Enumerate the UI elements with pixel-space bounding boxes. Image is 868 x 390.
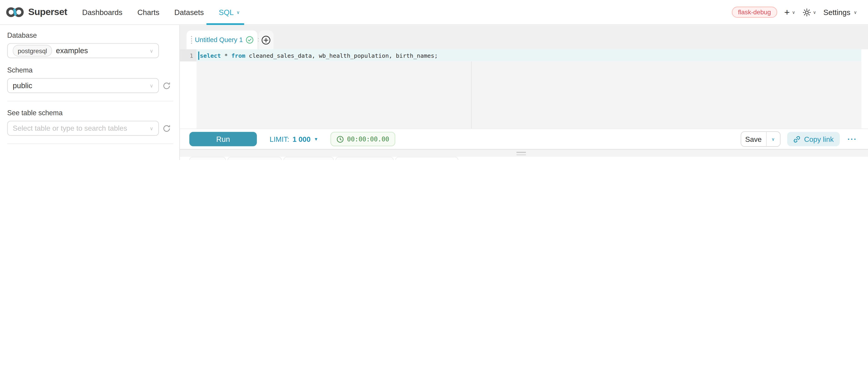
- timer-value: 00:00:00.00: [347, 135, 389, 143]
- sqllab-left-panel: Database postgresql examples ∨ Schema pu…: [0, 25, 180, 160]
- line-number-gutter: 1: [180, 49, 196, 62]
- add-query-tab-button[interactable]: [258, 30, 273, 49]
- sql-active-line[interactable]: select * from cleaned_sales_data, wb_hea…: [196, 49, 861, 62]
- text-cursor: [198, 51, 199, 60]
- sql-editor[interactable]: 1 select * from cleaned_sales_data, wb_h…: [180, 49, 868, 129]
- refresh-schemas-icon[interactable]: [163, 82, 170, 90]
- tab-result-stats[interactable]: Result Stats: [283, 157, 334, 160]
- tab-results[interactable]: Results: [189, 157, 226, 160]
- nav-right: flask-debug + ∨ ∨ Settings ∨: [732, 7, 857, 18]
- tab-query-insights[interactable]: Query Insights: [336, 157, 394, 160]
- table-select[interactable]: Select table or type to search tables ∨: [7, 121, 159, 136]
- sun-icon: [802, 8, 811, 17]
- nav-item-datasets[interactable]: Datasets: [175, 8, 204, 17]
- schema-value: public: [13, 81, 32, 90]
- chevron-down-icon: ∨: [150, 125, 153, 131]
- superset-sql-lab: Superset Dashboards Charts Datasets SQL …: [0, 0, 868, 160]
- database-select[interactable]: postgresql examples ∨: [7, 43, 159, 58]
- results-panel: Results Query history Result Stats Query…: [180, 157, 868, 160]
- query-editor-tab[interactable]: Untitled Query 1 ✕: [186, 30, 257, 49]
- theme-toggle-button[interactable]: ∨: [802, 8, 816, 17]
- editor-toolbar: Run LIMIT: 1 000 ▼ 00:00:00.00 Save: [180, 129, 868, 150]
- environment-badge: flask-debug: [732, 7, 777, 18]
- chevron-down-icon: ∨: [237, 10, 240, 15]
- chevron-down-icon: ∨: [813, 10, 816, 15]
- query-tab-title: Untitled Query 1: [195, 36, 243, 43]
- resize-handle-icon[interactable]: [517, 152, 526, 155]
- sql-keyword: from: [231, 52, 246, 59]
- plus-icon: +: [784, 7, 789, 17]
- tab-query-history[interactable]: Query history: [227, 157, 282, 160]
- top-nav: Superset Dashboards Charts Datasets SQL …: [0, 0, 868, 25]
- panel-resize-gutter[interactable]: [180, 150, 868, 157]
- table-schema-label: See table schema: [7, 109, 173, 117]
- result-tabs: Results Query history Result Stats Query…: [189, 157, 459, 160]
- chevron-down-icon: ∨: [150, 48, 153, 53]
- sidebar-divider: [7, 101, 173, 101]
- database-type-tag: postgresql: [13, 45, 52, 56]
- run-button[interactable]: Run: [189, 132, 257, 146]
- schema-label: Schema: [7, 67, 173, 74]
- dropdown-arrow-icon: ▼: [314, 137, 318, 142]
- save-button[interactable]: Save: [741, 132, 766, 146]
- limit-dropdown[interactable]: LIMIT: 1 000 ▼: [270, 135, 318, 143]
- chevron-down-icon: ∨: [792, 10, 795, 15]
- query-timer: 00:00:00.00: [331, 132, 395, 146]
- chevron-down-icon: ∨: [150, 83, 153, 88]
- brand-name: Superset: [28, 7, 67, 18]
- nav-item-dashboards[interactable]: Dashboards: [82, 8, 122, 17]
- sqllab-main: Untitled Query 1 ✕: [180, 25, 868, 160]
- new-item-button[interactable]: + ∨: [784, 7, 795, 17]
- save-split-button[interactable]: Save ∨: [740, 131, 780, 147]
- save-options-button[interactable]: ∨: [766, 132, 780, 146]
- tab-query-estimator[interactable]: Query Estimator: [395, 157, 459, 160]
- link-icon: [793, 136, 800, 143]
- nav-item-charts[interactable]: Charts: [137, 8, 159, 17]
- sidebar-divider: [7, 143, 173, 144]
- chevron-down-icon: ∨: [854, 10, 857, 15]
- query-saved-check-icon: [246, 36, 253, 43]
- settings-menu[interactable]: Settings ∨: [823, 8, 857, 17]
- sql-keyword: select: [200, 52, 221, 59]
- editor-tabstrip: Untitled Query 1 ✕: [180, 26, 868, 49]
- sql-tables-text: cleaned_sales_data, wb_health_population…: [245, 52, 438, 59]
- nav-menu: Dashboards Charts Datasets SQL ∨: [82, 8, 240, 17]
- refresh-tables-icon[interactable]: [163, 124, 170, 132]
- editor-body[interactable]: [196, 62, 861, 129]
- print-margin-ruler: [471, 62, 471, 129]
- nav-item-sql[interactable]: SQL ∨: [219, 8, 240, 17]
- database-label: Database: [7, 32, 173, 39]
- copy-link-button[interactable]: Copy link: [787, 132, 840, 146]
- circled-plus-icon: [261, 35, 271, 44]
- database-value: examples: [56, 47, 88, 55]
- table-select-placeholder: Select table or type to search tables: [13, 124, 127, 132]
- clock-icon: [337, 136, 344, 143]
- schema-select[interactable]: public ∨: [7, 78, 159, 93]
- chevron-down-icon: ∨: [772, 137, 775, 142]
- more-actions-icon[interactable]: ···: [847, 134, 857, 143]
- superset-logo[interactable]: Superset: [5, 6, 67, 19]
- drag-handle-icon[interactable]: [191, 36, 192, 43]
- limit-value: 1 000: [292, 135, 310, 143]
- superset-logo-icon: [5, 6, 24, 19]
